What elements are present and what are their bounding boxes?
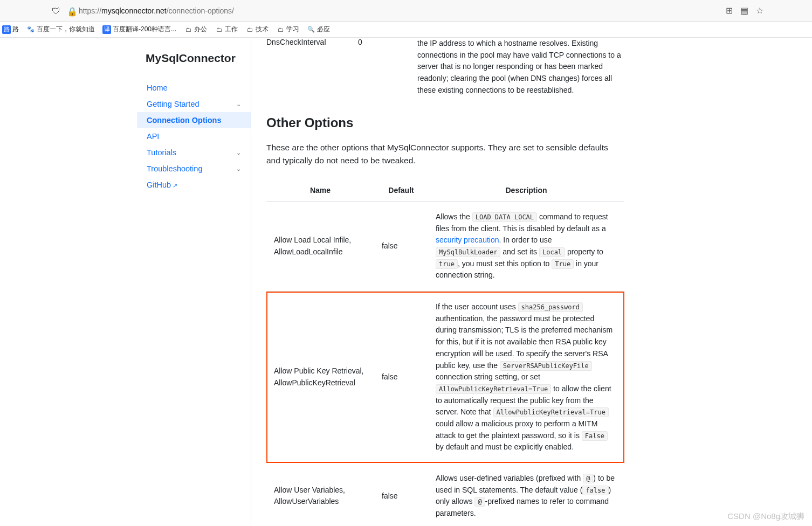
qr-icon[interactable]: ⊞ — [726, 5, 733, 16]
nav-label: API — [147, 132, 159, 141]
bookmark-folder[interactable]: 🗀技术 — [245, 25, 269, 34]
url-path: /connection-options/ — [167, 6, 234, 15]
option-name: Allow Load Local Infile, AllowLoadLocalI… — [266, 201, 374, 291]
folder-icon: 🗀 — [245, 25, 254, 34]
browser-chrome: 🛡 🔒 https://mysqlconnector.net/connectio… — [0, 0, 812, 22]
code-inline: @ — [583, 474, 593, 483]
sidebar-item-troubleshooting[interactable]: Troubleshooting⌄ — [137, 161, 251, 177]
nav-label: Tutorials — [147, 148, 176, 157]
option-description: Allows user-defined variables (prefixed … — [428, 463, 624, 526]
bookmark-folder[interactable]: 🗀工作 — [215, 25, 238, 34]
code-inline: True — [552, 259, 574, 269]
lock-icon[interactable]: 🔒 — [67, 6, 75, 15]
sidebar-nav: Home Getting Started⌄ Connection Options… — [137, 80, 251, 193]
nav-label: Troubleshooting — [147, 164, 202, 173]
option-default: false — [374, 463, 428, 526]
url-domain: mysqlconnector.net — [101, 6, 167, 15]
chrome-toolbar-right: ⊞ ▤ ☆ — [726, 5, 763, 16]
table-row: Allow Load Local Infile, AllowLoadLocalI… — [266, 201, 624, 291]
code-inline: sha256_password — [518, 302, 583, 312]
bookmark-label: 百度翻译-200种语言... — [113, 25, 176, 34]
bookmark-label: 学习 — [286, 25, 299, 34]
bookmark-folder[interactable]: 🗀学习 — [276, 25, 299, 34]
site-title[interactable]: MySqlConnector — [137, 52, 251, 65]
bookmark-label: 办公 — [194, 25, 207, 34]
translate-icon: 译 — [102, 25, 111, 34]
option-default: false — [374, 201, 428, 291]
watermark: CSDN @No8g攻城狮 — [727, 511, 804, 522]
option-description: If the user account uses sha256_password… — [428, 292, 624, 463]
address-bar[interactable]: https://mysqlconnector.net/connection-op… — [79, 6, 234, 15]
code-inline: False — [582, 431, 608, 441]
nav-label: Getting Started — [147, 100, 199, 108]
main-content: DnsCheckInterval 0 the IP address to whi… — [251, 38, 639, 526]
folder-icon: 🗀 — [215, 25, 223, 34]
code-inline: AllowPublicKeyRetrieval=True — [436, 384, 551, 394]
external-link-icon: ↗ — [173, 182, 177, 189]
bookmark-label: 技术 — [256, 25, 269, 34]
bookmark-folder[interactable]: 🗀办公 — [184, 25, 207, 34]
chevron-down-icon: ⌄ — [236, 165, 241, 172]
code-inline: true — [436, 259, 458, 269]
folder-icon: 🗀 — [276, 25, 285, 34]
search-icon: 🔍 — [307, 25, 315, 34]
nav-label: GitHub — [147, 181, 171, 189]
link-security-precaution[interactable]: security precaution — [436, 236, 499, 244]
bookmark-item[interactable]: 🐾百度一下，你就知道 — [26, 25, 95, 34]
column-header-description: Description — [428, 179, 624, 202]
sidebar-item-connection-options[interactable]: Connection Options — [137, 112, 251, 128]
bookmark-item[interactable]: 路路 — [2, 25, 19, 34]
sidebar-item-api[interactable]: API — [137, 128, 251, 144]
sidebar: MySqlConnector Home Getting Started⌄ Con… — [0, 38, 251, 526]
table-row-partial: DnsCheckInterval 0 the IP address to whi… — [266, 38, 624, 106]
bookmark-label: 路 — [12, 25, 19, 34]
code-inline: false — [582, 486, 608, 495]
code-inline: MySqlBulkLoader — [436, 247, 500, 257]
folder-icon: 🗀 — [184, 25, 192, 34]
options-table: Name Default Description Allow Load Loca… — [266, 179, 624, 526]
bookmark-item[interactable]: 🔍必应 — [307, 25, 330, 34]
sidebar-item-github[interactable]: GitHub↗ — [137, 177, 251, 193]
nav-label: Home — [147, 84, 168, 92]
section-heading: Other Options — [266, 115, 624, 130]
bookmark-label: 百度一下，你就知道 — [37, 25, 95, 34]
bookmark-label: 必应 — [317, 25, 330, 34]
sidebar-item-getting-started[interactable]: Getting Started⌄ — [137, 96, 251, 112]
option-default: 0 — [358, 38, 417, 96]
option-name: Allow Public Key Retrieval, AllowPublicK… — [266, 292, 374, 463]
shield-icon[interactable]: 🛡 — [52, 6, 60, 15]
sidebar-item-home[interactable]: Home — [137, 80, 251, 96]
column-header-name: Name — [266, 179, 374, 202]
code-inline: ServerRSAPublicKeyFile — [500, 361, 592, 371]
paw-icon: 🐾 — [26, 25, 35, 34]
code-inline: @ — [474, 497, 485, 507]
table-row-highlighted: Allow Public Key Retrieval, AllowPublicK… — [266, 292, 624, 463]
code-inline: LOAD DATA LOCAL — [472, 212, 537, 222]
column-header-default: Default — [374, 179, 428, 202]
chevron-down-icon: ⌄ — [236, 101, 241, 108]
option-description: the IP address to which a hostname resol… — [417, 38, 624, 96]
code-inline: Local — [539, 247, 565, 257]
option-name: DnsCheckInterval — [266, 38, 358, 96]
bookmark-icon: 路 — [2, 25, 11, 34]
code-inline: AllowPublicKeyRetrieval=True — [493, 407, 609, 417]
option-default: false — [374, 292, 428, 463]
bookmark-star-icon[interactable]: ☆ — [756, 5, 763, 16]
url-prefix: https:// — [79, 6, 101, 15]
bookmark-label: 工作 — [225, 25, 238, 34]
bookmark-item[interactable]: 译百度翻译-200种语言... — [102, 25, 176, 34]
chevron-down-icon: ⌄ — [236, 149, 241, 156]
sidebar-item-tutorials[interactable]: Tutorials⌄ — [137, 144, 251, 161]
bookmarks-bar: 路路 🐾百度一下，你就知道 译百度翻译-200种语言... 🗀办公 🗀工作 🗀技… — [0, 22, 812, 38]
option-name: Allow User Variables, AllowUserVariables — [266, 463, 374, 526]
table-row: Allow User Variables, AllowUserVariables… — [266, 463, 624, 526]
nav-label: Connection Options — [147, 116, 222, 124]
option-description: Allows the LOAD DATA LOCAL command to re… — [428, 201, 624, 291]
section-intro: These are the other options that MySqlCo… — [266, 141, 624, 167]
reader-icon[interactable]: ▤ — [740, 5, 748, 16]
